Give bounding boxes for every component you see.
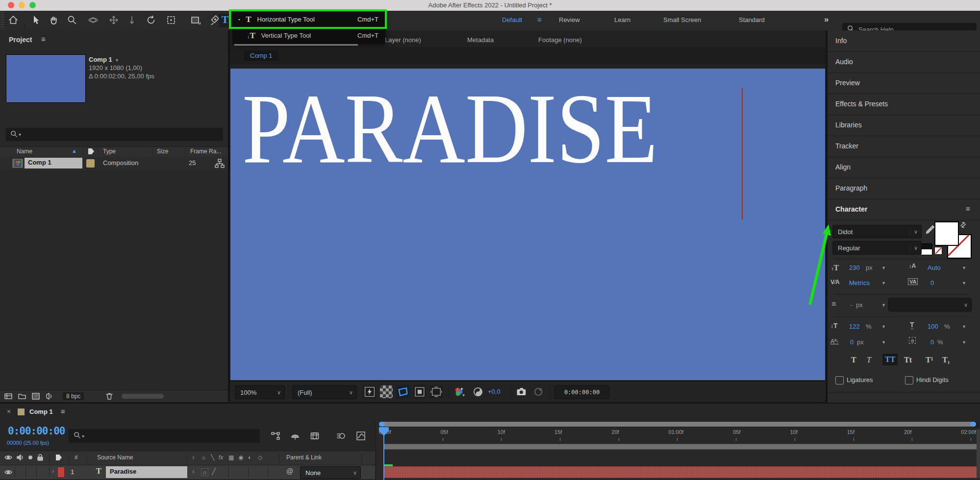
label-column-icon[interactable] [87, 147, 95, 157]
column-size[interactable]: Size [157, 148, 168, 155]
delete-item-icon[interactable] [105, 392, 114, 402]
current-timecode[interactable]: 0:00:00:00 [8, 425, 65, 437]
workspace-tab-learn[interactable]: Learn [614, 16, 630, 24]
workspace-tab-review[interactable]: Review [559, 16, 580, 24]
close-panel-icon[interactable]: × [7, 408, 11, 415]
timeline-menu-icon[interactable]: ≡ [61, 407, 65, 415]
fast-preview-icon[interactable] [363, 385, 376, 398]
scrollbar-left-handle[interactable] [379, 422, 385, 427]
adjustment-layer-switch-icon[interactable]: ◐ [248, 454, 251, 461]
parent-dropdown[interactable]: None ∨ [300, 466, 361, 479]
composition-canvas[interactable]: PARADISE [230, 69, 825, 380]
workspace-tab-standard[interactable]: Standard [739, 16, 765, 24]
default-fill-stroke-swatch[interactable] [921, 243, 932, 255]
selection-tool-icon[interactable] [30, 15, 41, 27]
kerning-value[interactable]: Metrics [849, 279, 870, 287]
sidebar-item-align[interactable]: Align [828, 157, 980, 178]
threed-layer-switch-icon[interactable]: ◇ [258, 454, 262, 461]
layer-row[interactable]: › 1 T Paradise ♁ ☼ ╱ @ None ∨ [0, 465, 375, 479]
fx-switch-icon[interactable]: fx [219, 454, 223, 461]
scrollbar-thumb[interactable] [379, 422, 976, 427]
new-folder-icon[interactable] [18, 392, 26, 402]
dropdown-arrow-icon[interactable]: ▼ [962, 265, 966, 270]
transparency-grid-icon[interactable] [380, 385, 393, 398]
draft-3d-icon[interactable] [290, 431, 300, 442]
resolution-dropdown[interactable]: (Full) ∨ [292, 385, 357, 399]
composition-mini-flowchart-icon[interactable] [271, 431, 280, 442]
dropdown-arrow-icon[interactable]: ▼ [962, 324, 966, 329]
motion-blur-switch-icon[interactable]: ◉ [238, 454, 243, 461]
label-color-swatch[interactable] [86, 159, 95, 168]
faux-italic-button[interactable]: T [867, 356, 871, 364]
tab-footage[interactable]: Footage (none) [538, 36, 582, 44]
vertical-scale-value[interactable]: 122 [849, 323, 860, 330]
viewer-tab-comp1[interactable]: Comp 1 [244, 50, 278, 61]
superscript-button[interactable]: T¹ [926, 356, 933, 364]
frame-blending-icon[interactable] [310, 431, 320, 442]
layer-label-color-swatch[interactable] [58, 467, 64, 477]
timeline-zoom-scrollbar[interactable] [378, 421, 979, 427]
scrollbar-right-handle[interactable] [970, 422, 976, 427]
subscript-button[interactable]: T₁ [942, 356, 950, 364]
search-filter-dropdown-icon[interactable]: ▾ [19, 132, 21, 137]
column-frame-rate[interactable]: Frame Ra... [190, 148, 221, 155]
show-snapshot-icon[interactable] [532, 385, 545, 400]
font-size-value[interactable]: 230 [849, 264, 860, 271]
tab-layer[interactable]: Layer (none) [385, 36, 421, 44]
sidebar-item-effects-presets[interactable]: Effects & Presets [828, 94, 980, 115]
sidebar-item-info[interactable]: Info [828, 30, 980, 52]
workspace-tab-small-screen[interactable]: Small Screen [663, 16, 701, 24]
workspace-overflow-button[interactable]: » [824, 15, 829, 24]
timeline-tab-label[interactable]: Comp 1 [29, 408, 53, 415]
tsume-value[interactable]: 0 [930, 338, 934, 346]
stroke-width-value[interactable]: - [850, 301, 852, 309]
font-style-dropdown[interactable]: Regular ∨ [832, 241, 922, 255]
dropdown-arrow-icon[interactable]: ▼ [881, 281, 886, 286]
adjust-render-settings-icon[interactable] [45, 392, 54, 402]
exposure-value[interactable]: +0,0 [488, 388, 501, 395]
reset-exposure-icon[interactable] [472, 386, 484, 399]
mask-visibility-icon[interactable] [413, 385, 426, 398]
horizontal-scale-value[interactable]: 100 [928, 323, 938, 330]
project-item-name[interactable]: Comp 1 [25, 158, 82, 168]
project-panel-tab[interactable]: Project [9, 36, 32, 44]
stroke-style-dropdown[interactable]: ∨ [888, 298, 972, 312]
horizontal-scrollbar[interactable] [122, 394, 164, 399]
parent-pickwhip-icon[interactable]: @ [286, 467, 293, 475]
graph-editor-icon[interactable] [356, 431, 366, 442]
menu-item-vertical-type-tool[interactable]: ↓T Vertical Type Tool Cmd+T [232, 27, 385, 44]
layer-visibility-icon[interactable] [4, 468, 13, 478]
sidebar-item-libraries[interactable]: Libraries [828, 115, 980, 136]
sidebar-item-tracker[interactable]: Tracker [828, 136, 980, 157]
channel-colors-icon[interactable]: ▾ [452, 385, 465, 400]
fill-color-swatch[interactable] [934, 221, 959, 246]
search-filter-dropdown-icon[interactable]: ▾ [82, 433, 84, 439]
home-tool-icon[interactable] [8, 15, 19, 27]
faux-bold-button[interactable]: T [851, 356, 856, 364]
playhead-line[interactable] [383, 429, 384, 480]
column-name[interactable]: Name [17, 148, 32, 155]
zoom-tool-icon[interactable] [67, 15, 77, 27]
sidebar-item-preview[interactable]: Preview [828, 72, 980, 94]
sidebar-item-character[interactable]: Character ≡ [828, 199, 980, 220]
column-index[interactable]: # [75, 454, 78, 461]
preview-dropdown-icon[interactable]: ▾ [116, 57, 118, 63]
dropdown-arrow-icon[interactable]: ▼ [881, 265, 886, 270]
workspace-tab-default[interactable]: Default [502, 16, 522, 24]
font-family-dropdown[interactable]: Didot ∨ [832, 225, 922, 239]
snapshot-camera-icon[interactable] [515, 385, 528, 400]
project-search-box[interactable]: ▾ [6, 128, 223, 141]
hindi-digits-checkbox[interactable] [905, 376, 913, 384]
character-panel-menu-icon[interactable]: ≡ [966, 204, 970, 213]
column-source-name[interactable]: Source Name [97, 454, 133, 461]
column-parent-link[interactable]: Parent & Link [286, 454, 322, 461]
motion-blur-icon[interactable] [336, 431, 346, 442]
dropdown-arrow-icon[interactable]: ▼ [881, 340, 886, 345]
layer-duration-bar[interactable] [384, 466, 977, 478]
frame-blend-switch-icon[interactable]: ▦ [228, 454, 234, 461]
timeline-search-box[interactable]: ▾ [69, 429, 260, 443]
hand-tool-icon[interactable] [49, 15, 59, 27]
magnification-dropdown[interactable]: 100% ∨ [235, 385, 285, 399]
dropdown-arrow-icon[interactable]: ▼ [962, 281, 966, 286]
tab-metadata[interactable]: Metadata [467, 36, 494, 44]
